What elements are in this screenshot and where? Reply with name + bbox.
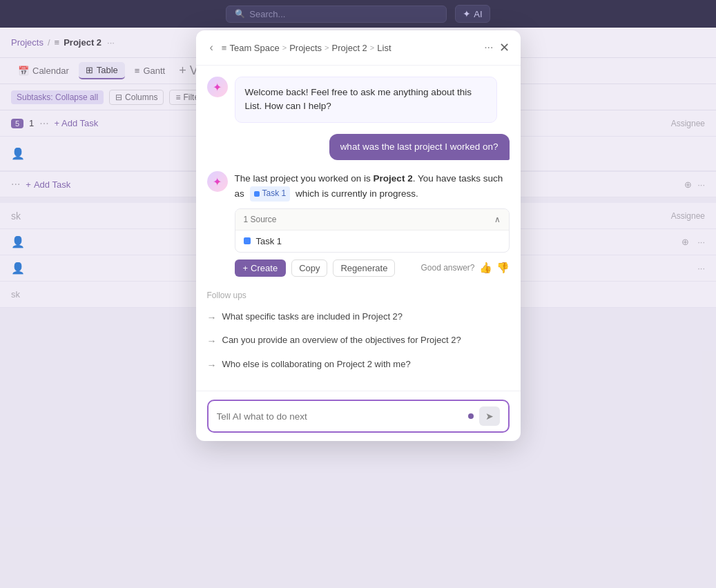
action-bar: + Create Copy Regenerate Good answer? 👍 … [235,259,510,277]
followup-item-2[interactable]: → Can you provide an overview of the obj… [207,329,510,353]
create-button[interactable]: + Create [235,259,287,277]
user-question-text: what was the last project I worked on? [340,141,499,152]
input-dot [468,413,474,419]
user-message-1: what was the last project I worked on? [207,134,510,161]
panel-dots-button[interactable]: ··· [484,41,493,54]
plus-icon: + [243,263,249,273]
panel-back-button[interactable]: ‹ [207,40,216,55]
send-icon: ➤ [485,411,494,422]
source-task-dot [244,237,251,244]
ai-avatar-2: ✦ [207,171,228,192]
ai-response-1: ✦ The last project you worked on is Proj… [207,171,510,276]
copy-btn-label: Copy [299,263,320,273]
ai-welcome-bubble: Welcome back! Feel free to ask me anythi… [235,77,497,123]
copy-button[interactable]: Copy [291,259,327,277]
input-area: ➤ [196,391,521,441]
response-text: The last project you worked on is Projec… [235,171,510,201]
followup-text-1: What specific tasks are included in Proj… [222,311,403,323]
welcome-text: Welcome back! Feel free to ask me anythi… [245,87,472,111]
followup-item-1[interactable]: → What specific tasks are included in Pr… [207,306,510,330]
user-bubble-1: what was the last project I worked on? [329,134,510,161]
followup-arrow-1: → [207,311,217,325]
response-part1: The last project you worked on is [235,173,374,184]
panel-header: ‹ ≡ Team Space > Projects > Project 2 > … [196,30,521,66]
input-wrapper: ➤ [207,400,510,433]
panel-sep2: > [325,43,329,52]
panel-projects: Projects [289,43,322,53]
thumbs-up-button[interactable]: 👍 [479,262,492,274]
followup-item-3[interactable]: → Who else is collaborating on Project 2… [207,353,510,378]
task-dot [254,191,260,197]
source-box: 1 Source ∧ Task 1 [235,208,510,253]
followup-arrow-3: → [207,359,217,373]
panel-project2: Project 2 [332,43,367,53]
task-badge: Task 1 [250,186,291,201]
regen-btn-label: Regenerate [340,263,387,273]
thumbs-down-button[interactable]: 👎 [496,262,510,274]
panel-header-actions: ··· ✕ [484,40,509,55]
project-name-bold: Project 2 [374,173,413,184]
followups-section: Follow ups → What specific tasks are inc… [207,288,510,380]
send-button[interactable]: ➤ [479,406,500,426]
followup-text-3: Who else is collaborating on Project 2 w… [222,358,411,371]
panel-team-space: Team Space [229,43,279,53]
panel-list-icon: ≡ [222,43,227,53]
panel-sep3: > [370,43,374,52]
ai-avatar-1: ✦ [207,77,228,97]
chat-area: ✦ Welcome back! Feel free to ask me anyt… [196,66,521,391]
panel-close-button[interactable]: ✕ [499,40,510,55]
followup-arrow-2: → [207,335,217,349]
panel-breadcrumb: ≡ Team Space > Projects > Project 2 > Li… [222,43,478,53]
ai-input[interactable] [217,411,463,422]
panel-list: List [377,43,391,53]
response-part3: which is currently in progress. [296,188,418,199]
ai-panel: ‹ ≡ Team Space > Projects > Project 2 > … [196,30,521,441]
source-header[interactable]: 1 Source ∧ [235,209,509,231]
followups-label: Follow ups [207,291,510,300]
source-row-1[interactable]: Task 1 [235,231,509,252]
chevron-up-icon: ∧ [494,215,501,224]
good-answer-section: Good answer? 👍 👎 [420,262,509,274]
panel-sep1: > [282,43,287,52]
create-btn-label: Create [251,263,278,273]
source-task-name: Task 1 [256,236,282,246]
followup-text-2: Can you provide an overview of the objec… [222,334,461,346]
source-label: 1 Source [244,215,277,224]
ai-welcome-message: ✦ Welcome back! Feel free to ask me anyt… [207,77,510,123]
regenerate-button[interactable]: Regenerate [333,259,395,277]
sparkle-icon-2: ✦ [213,175,222,188]
response-content: The last project you worked on is Projec… [235,171,510,276]
sparkle-icon-1: ✦ [213,81,222,94]
good-answer-label: Good answer? [420,263,474,273]
task-badge-text: Task 1 [262,187,287,200]
